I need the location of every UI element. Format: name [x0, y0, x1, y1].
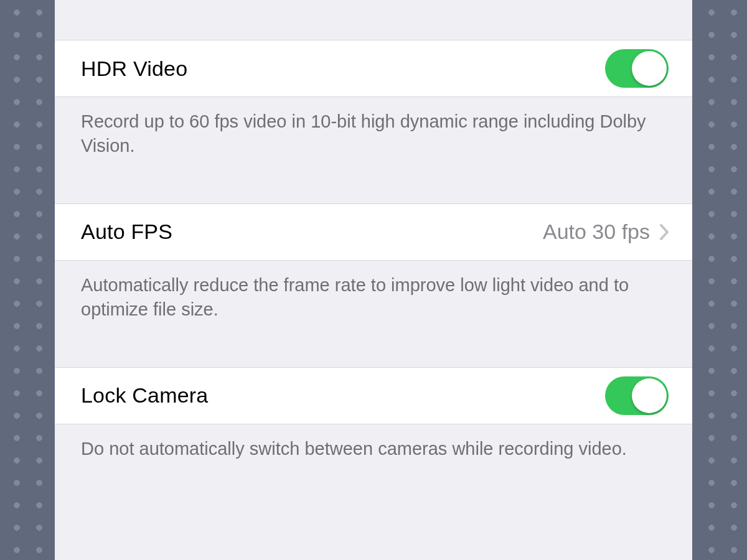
lock-camera-label: Lock Camera [81, 383, 208, 408]
toggle-knob [632, 51, 667, 86]
settings-panel: HDR Video Record up to 60 fps video in 1… [55, 0, 692, 560]
hdr-video-label: HDR Video [81, 57, 187, 81]
toggle-knob [632, 378, 667, 413]
section-gap [55, 0, 692, 40]
lock-camera-toggle[interactable] [605, 376, 669, 415]
auto-fps-value: Auto 30 fps [543, 220, 650, 244]
chevron-right-icon [660, 224, 669, 240]
section-gap [55, 174, 692, 203]
auto-fps-description: Automatically reduce the frame rate to i… [55, 261, 692, 337]
auto-fps-detail: Auto 30 fps [543, 220, 669, 244]
section-gap [55, 337, 692, 367]
auto-fps-label: Auto FPS [81, 220, 172, 244]
auto-fps-row[interactable]: Auto FPS Auto 30 fps [55, 203, 692, 261]
lock-camera-row[interactable]: Lock Camera [55, 367, 692, 424]
hdr-video-description: Record up to 60 fps video in 10-bit high… [55, 97, 692, 174]
hdr-video-toggle[interactable] [605, 49, 669, 88]
lock-camera-description: Do not automatically switch between came… [55, 424, 692, 476]
hdr-video-row[interactable]: HDR Video [55, 40, 692, 97]
